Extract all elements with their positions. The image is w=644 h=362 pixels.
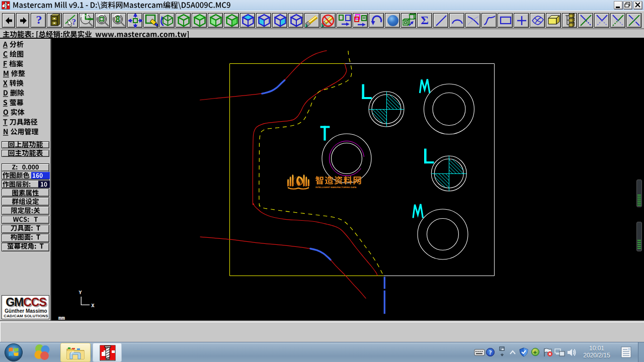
svg-text:Y: Y — [79, 290, 82, 296]
svg-text:?: ? — [72, 18, 76, 26]
svg-text:8: 8 — [116, 15, 120, 24]
svg-text:INTELLIGENT MANUFACTURING DATA: INTELLIGENT MANUFACTURING DATA — [315, 186, 357, 189]
svg-text:mm: mm — [58, 315, 65, 321]
svg-text:X: X — [92, 303, 95, 309]
